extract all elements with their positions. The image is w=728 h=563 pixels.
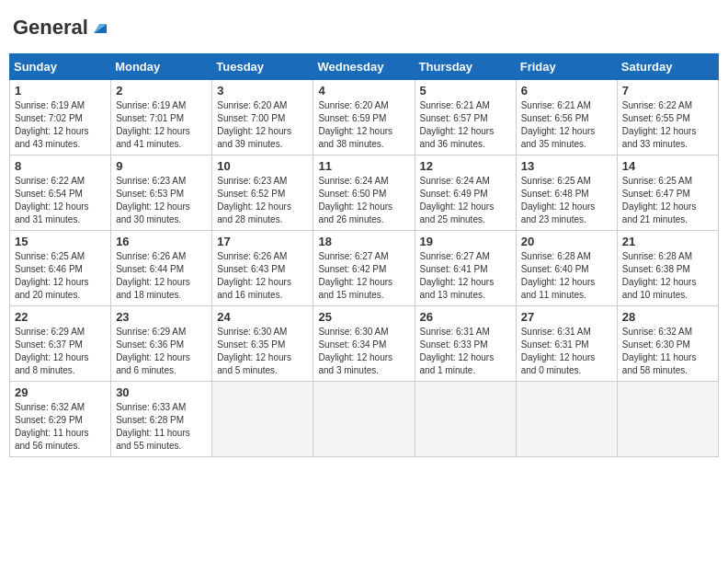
- day-number: 12: [420, 159, 511, 173]
- day-info: Sunrise: 6:22 AM Sunset: 6:54 PM Dayligh…: [15, 175, 106, 226]
- calendar-day-cell: 12Sunrise: 6:24 AM Sunset: 6:49 PM Dayli…: [415, 155, 516, 231]
- day-info: Sunrise: 6:31 AM Sunset: 6:31 PM Dayligh…: [521, 326, 612, 377]
- calendar-day-cell: 28Sunrise: 6:32 AM Sunset: 6:30 PM Dayli…: [617, 306, 718, 382]
- day-info: Sunrise: 6:23 AM Sunset: 6:53 PM Dayligh…: [116, 175, 207, 226]
- calendar-day-cell: 4Sunrise: 6:20 AM Sunset: 6:59 PM Daylig…: [313, 80, 415, 155]
- day-number: 7: [622, 84, 713, 98]
- day-info: Sunrise: 6:20 AM Sunset: 7:00 PM Dayligh…: [217, 99, 308, 151]
- day-info: Sunrise: 6:32 AM Sunset: 6:30 PM Dayligh…: [622, 326, 713, 377]
- day-number: 20: [521, 235, 612, 248]
- day-info: Sunrise: 6:20 AM Sunset: 6:59 PM Dayligh…: [318, 99, 409, 151]
- calendar-week-row: 22Sunrise: 6:29 AM Sunset: 6:37 PM Dayli…: [10, 306, 719, 382]
- calendar-body: 1Sunrise: 6:19 AM Sunset: 7:02 PM Daylig…: [10, 80, 719, 457]
- day-info: Sunrise: 6:24 AM Sunset: 6:50 PM Dayligh…: [318, 175, 409, 226]
- calendar-week-row: 15Sunrise: 6:25 AM Sunset: 6:46 PM Dayli…: [10, 231, 719, 306]
- calendar-day-cell: 3Sunrise: 6:20 AM Sunset: 7:00 PM Daylig…: [212, 80, 313, 155]
- calendar-day-cell: 26Sunrise: 6:31 AM Sunset: 6:33 PM Dayli…: [415, 306, 516, 382]
- day-number: 18: [318, 235, 409, 248]
- calendar-day-cell: 27Sunrise: 6:31 AM Sunset: 6:31 PM Dayli…: [516, 306, 617, 382]
- calendar-day-cell: 20Sunrise: 6:28 AM Sunset: 6:40 PM Dayli…: [516, 231, 617, 306]
- calendar-day-cell: 11Sunrise: 6:24 AM Sunset: 6:50 PM Dayli…: [313, 155, 415, 231]
- day-info: Sunrise: 6:22 AM Sunset: 6:55 PM Dayligh…: [622, 99, 713, 151]
- day-number: 30: [116, 385, 207, 399]
- day-number: 15: [15, 235, 106, 248]
- day-of-week-header: Saturday: [617, 54, 718, 80]
- calendar-week-row: 1Sunrise: 6:19 AM Sunset: 7:02 PM Daylig…: [10, 80, 719, 155]
- day-number: 2: [116, 84, 207, 98]
- day-number: 5: [420, 84, 511, 98]
- day-number: 26: [420, 310, 511, 324]
- day-info: Sunrise: 6:28 AM Sunset: 6:38 PM Dayligh…: [622, 250, 713, 302]
- day-number: 21: [622, 235, 713, 248]
- day-info: Sunrise: 6:21 AM Sunset: 6:56 PM Dayligh…: [521, 99, 612, 151]
- calendar-day-cell: [415, 382, 516, 457]
- day-number: 17: [217, 235, 308, 248]
- day-number: 16: [116, 235, 207, 248]
- day-number: 11: [318, 159, 409, 173]
- calendar-week-row: 29Sunrise: 6:32 AM Sunset: 6:29 PM Dayli…: [10, 382, 719, 457]
- day-info: Sunrise: 6:24 AM Sunset: 6:49 PM Dayligh…: [420, 175, 511, 226]
- day-of-week-header: Wednesday: [313, 54, 415, 80]
- calendar-day-cell: 6Sunrise: 6:21 AM Sunset: 6:56 PM Daylig…: [516, 80, 617, 155]
- calendar-day-cell: 21Sunrise: 6:28 AM Sunset: 6:38 PM Dayli…: [617, 231, 718, 306]
- day-number: 19: [420, 235, 511, 248]
- calendar-day-cell: 24Sunrise: 6:30 AM Sunset: 6:35 PM Dayli…: [212, 306, 313, 382]
- calendar-day-cell: 10Sunrise: 6:23 AM Sunset: 6:52 PM Dayli…: [212, 155, 313, 231]
- calendar-day-cell: 5Sunrise: 6:21 AM Sunset: 6:57 PM Daylig…: [415, 80, 516, 155]
- day-info: Sunrise: 6:21 AM Sunset: 6:57 PM Dayligh…: [420, 99, 511, 151]
- day-number: 24: [217, 310, 308, 324]
- calendar-day-cell: 15Sunrise: 6:25 AM Sunset: 6:46 PM Dayli…: [10, 231, 111, 306]
- logo-text-general: General: [13, 17, 88, 39]
- day-number: 23: [116, 310, 207, 324]
- day-info: Sunrise: 6:19 AM Sunset: 7:01 PM Dayligh…: [116, 99, 207, 151]
- day-info: Sunrise: 6:26 AM Sunset: 6:43 PM Dayligh…: [217, 250, 308, 302]
- calendar-day-cell: 16Sunrise: 6:26 AM Sunset: 6:44 PM Dayli…: [111, 231, 212, 306]
- day-of-week-header: Thursday: [415, 54, 516, 80]
- day-of-week-header: Monday: [111, 54, 212, 80]
- day-info: Sunrise: 6:31 AM Sunset: 6:33 PM Dayligh…: [420, 326, 511, 377]
- day-number: 4: [318, 84, 409, 98]
- day-info: Sunrise: 6:32 AM Sunset: 6:29 PM Dayligh…: [15, 401, 106, 453]
- day-info: Sunrise: 6:30 AM Sunset: 6:34 PM Dayligh…: [318, 326, 409, 377]
- day-of-week-header: Friday: [516, 54, 617, 80]
- calendar-day-cell: 22Sunrise: 6:29 AM Sunset: 6:37 PM Dayli…: [10, 306, 111, 382]
- calendar-day-cell: 25Sunrise: 6:30 AM Sunset: 6:34 PM Dayli…: [313, 306, 415, 382]
- calendar-day-cell: 30Sunrise: 6:33 AM Sunset: 6:28 PM Dayli…: [111, 382, 212, 457]
- day-number: 9: [116, 159, 207, 173]
- calendar-week-row: 8Sunrise: 6:22 AM Sunset: 6:54 PM Daylig…: [10, 155, 719, 231]
- day-of-week-header: Sunday: [10, 54, 111, 80]
- day-info: Sunrise: 6:25 AM Sunset: 6:47 PM Dayligh…: [622, 175, 713, 226]
- logo-icon: [90, 17, 110, 37]
- day-number: 22: [15, 310, 106, 324]
- day-info: Sunrise: 6:25 AM Sunset: 6:46 PM Dayligh…: [15, 250, 106, 302]
- day-info: Sunrise: 6:28 AM Sunset: 6:40 PM Dayligh…: [521, 250, 612, 302]
- day-number: 3: [217, 84, 308, 98]
- day-number: 14: [622, 159, 713, 173]
- day-number: 25: [318, 310, 409, 324]
- calendar-day-cell: 9Sunrise: 6:23 AM Sunset: 6:53 PM Daylig…: [111, 155, 212, 231]
- day-of-week-header: Tuesday: [212, 54, 313, 80]
- day-number: 8: [15, 159, 106, 173]
- day-number: 6: [521, 84, 612, 98]
- day-info: Sunrise: 6:29 AM Sunset: 6:37 PM Dayligh…: [15, 326, 106, 377]
- day-info: Sunrise: 6:19 AM Sunset: 7:02 PM Dayligh…: [15, 99, 106, 151]
- day-number: 10: [217, 159, 308, 173]
- calendar-day-cell: 29Sunrise: 6:32 AM Sunset: 6:29 PM Dayli…: [10, 382, 111, 457]
- calendar-table: SundayMondayTuesdayWednesdayThursdayFrid…: [9, 53, 719, 457]
- day-info: Sunrise: 6:26 AM Sunset: 6:44 PM Dayligh…: [116, 250, 207, 302]
- calendar-day-cell: 13Sunrise: 6:25 AM Sunset: 6:48 PM Dayli…: [516, 155, 617, 231]
- day-info: Sunrise: 6:30 AM Sunset: 6:35 PM Dayligh…: [217, 326, 308, 377]
- day-info: Sunrise: 6:29 AM Sunset: 6:36 PM Dayligh…: [116, 326, 207, 377]
- calendar-day-cell: 1Sunrise: 6:19 AM Sunset: 7:02 PM Daylig…: [10, 80, 111, 155]
- calendar-day-cell: 17Sunrise: 6:26 AM Sunset: 6:43 PM Dayli…: [212, 231, 313, 306]
- calendar-day-cell: 23Sunrise: 6:29 AM Sunset: 6:36 PM Dayli…: [111, 306, 212, 382]
- calendar-day-cell: [617, 382, 718, 457]
- page-header: General: [9, 9, 719, 46]
- calendar-day-cell: 14Sunrise: 6:25 AM Sunset: 6:47 PM Dayli…: [617, 155, 718, 231]
- day-number: 27: [521, 310, 612, 324]
- day-number: 29: [15, 385, 106, 399]
- calendar-header-row: SundayMondayTuesdayWednesdayThursdayFrid…: [10, 54, 719, 80]
- day-info: Sunrise: 6:23 AM Sunset: 6:52 PM Dayligh…: [217, 175, 308, 226]
- calendar-day-cell: [516, 382, 617, 457]
- day-number: 28: [622, 310, 713, 324]
